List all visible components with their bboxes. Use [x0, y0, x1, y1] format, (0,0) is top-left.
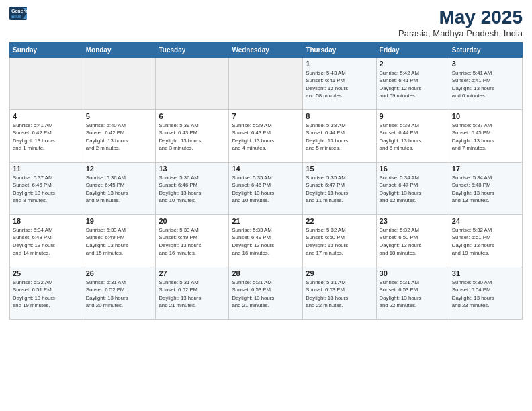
table-row: 23Sunrise: 5:32 AM Sunset: 6:50 PM Dayli… [376, 215, 449, 267]
day-info: Sunrise: 5:32 AM Sunset: 6:50 PM Dayligh… [380, 226, 446, 257]
table-row: 24Sunrise: 5:32 AM Sunset: 6:51 PM Dayli… [449, 215, 522, 267]
day-number: 15 [306, 165, 373, 173]
day-info: Sunrise: 5:30 AM Sunset: 6:54 PM Dayligh… [452, 279, 519, 309]
day-info: Sunrise: 5:36 AM Sunset: 6:46 PM Dayligh… [159, 174, 226, 204]
day-info: Sunrise: 5:37 AM Sunset: 6:45 PM Dayligh… [452, 122, 519, 152]
table-row: 13Sunrise: 5:36 AM Sunset: 6:46 PM Dayli… [156, 163, 229, 215]
col-sunday: Sunday [10, 43, 83, 58]
day-info: Sunrise: 5:32 AM Sunset: 6:51 PM Dayligh… [452, 226, 519, 257]
table-row: 22Sunrise: 5:32 AM Sunset: 6:50 PM Dayli… [303, 215, 376, 267]
day-info: Sunrise: 5:34 AM Sunset: 6:47 PM Dayligh… [380, 174, 446, 204]
day-number: 1 [306, 60, 373, 68]
day-info: Sunrise: 5:33 AM Sunset: 6:49 PM Dayligh… [159, 226, 226, 257]
day-number: 12 [86, 165, 153, 173]
col-tuesday: Tuesday [156, 43, 229, 58]
table-row: 18Sunrise: 5:34 AM Sunset: 6:48 PM Dayli… [10, 215, 83, 267]
day-number: 4 [13, 112, 80, 120]
table-row: 8Sunrise: 5:38 AM Sunset: 6:44 PM Daylig… [303, 110, 376, 163]
table-row: 30Sunrise: 5:31 AM Sunset: 6:53 PM Dayli… [376, 267, 449, 320]
main-title: May 2025 [398, 7, 523, 28]
calendar-body: 1Sunrise: 5:43 AM Sunset: 6:41 PM Daylig… [10, 58, 523, 320]
day-number: 16 [380, 165, 446, 173]
day-info: Sunrise: 5:38 AM Sunset: 6:44 PM Dayligh… [306, 122, 373, 152]
table-row: 4Sunrise: 5:41 AM Sunset: 6:42 PM Daylig… [10, 110, 83, 163]
table-row: 26Sunrise: 5:31 AM Sunset: 6:52 PM Dayli… [83, 267, 156, 320]
day-info: Sunrise: 5:39 AM Sunset: 6:43 PM Dayligh… [232, 122, 300, 152]
calendar-header: Sunday Monday Tuesday Wednesday Thursday… [10, 43, 523, 58]
day-info: Sunrise: 5:31 AM Sunset: 6:53 PM Dayligh… [306, 279, 373, 309]
col-monday: Monday [83, 43, 156, 58]
day-number: 20 [159, 217, 226, 225]
day-info: Sunrise: 5:32 AM Sunset: 6:51 PM Dayligh… [13, 279, 80, 309]
day-number: 17 [452, 165, 519, 173]
day-info: Sunrise: 5:41 AM Sunset: 6:41 PM Dayligh… [452, 69, 519, 99]
col-friday: Friday [376, 43, 449, 58]
day-number: 3 [452, 60, 519, 68]
table-row: 31Sunrise: 5:30 AM Sunset: 6:54 PM Dayli… [449, 267, 522, 320]
table-row: 27Sunrise: 5:31 AM Sunset: 6:52 PM Dayli… [156, 267, 229, 320]
svg-text:General: General [11, 9, 28, 13]
day-number: 5 [86, 112, 153, 120]
table-row: 20Sunrise: 5:33 AM Sunset: 6:49 PM Dayli… [156, 215, 229, 267]
table-row: 15Sunrise: 5:35 AM Sunset: 6:47 PM Dayli… [303, 163, 376, 215]
table-row [83, 58, 156, 110]
page: General Blue May 2025 Parasia, Madhya Pr… [0, 0, 532, 411]
col-wednesday: Wednesday [229, 43, 303, 58]
calendar-table: Sunday Monday Tuesday Wednesday Thursday… [9, 42, 523, 320]
table-row: 6Sunrise: 5:39 AM Sunset: 6:43 PM Daylig… [156, 110, 229, 163]
day-number: 14 [232, 165, 300, 173]
table-row: 9Sunrise: 5:38 AM Sunset: 6:44 PM Daylig… [376, 110, 449, 163]
day-info: Sunrise: 5:34 AM Sunset: 6:48 PM Dayligh… [452, 174, 519, 204]
header: General Blue May 2025 Parasia, Madhya Pr… [9, 7, 523, 38]
col-saturday: Saturday [449, 43, 522, 58]
table-row: 12Sunrise: 5:36 AM Sunset: 6:45 PM Dayli… [83, 163, 156, 215]
day-number: 11 [13, 165, 80, 173]
day-info: Sunrise: 5:31 AM Sunset: 6:53 PM Dayligh… [380, 279, 446, 309]
day-info: Sunrise: 5:31 AM Sunset: 6:52 PM Dayligh… [159, 279, 226, 309]
day-info: Sunrise: 5:35 AM Sunset: 6:46 PM Dayligh… [232, 174, 300, 204]
day-number: 9 [380, 112, 446, 120]
day-number: 24 [452, 217, 519, 225]
day-number: 13 [159, 165, 226, 173]
col-thursday: Thursday [303, 43, 376, 58]
week-row-3: 11Sunrise: 5:37 AM Sunset: 6:45 PM Dayli… [10, 163, 523, 215]
table-row [156, 58, 229, 110]
subtitle: Parasia, Madhya Pradesh, India [398, 28, 523, 38]
table-row: 2Sunrise: 5:42 AM Sunset: 6:41 PM Daylig… [376, 58, 449, 110]
day-number: 25 [13, 269, 80, 277]
svg-text:Blue: Blue [11, 14, 21, 19]
header-row: Sunday Monday Tuesday Wednesday Thursday… [10, 43, 523, 58]
day-number: 29 [306, 269, 373, 277]
week-row-4: 18Sunrise: 5:34 AM Sunset: 6:48 PM Dayli… [10, 215, 523, 267]
day-info: Sunrise: 5:34 AM Sunset: 6:48 PM Dayligh… [13, 226, 80, 257]
table-row [229, 58, 303, 110]
week-row-1: 1Sunrise: 5:43 AM Sunset: 6:41 PM Daylig… [10, 58, 523, 110]
day-number: 30 [380, 269, 446, 277]
day-info: Sunrise: 5:37 AM Sunset: 6:45 PM Dayligh… [13, 174, 80, 204]
table-row: 5Sunrise: 5:40 AM Sunset: 6:42 PM Daylig… [83, 110, 156, 163]
table-row: 28Sunrise: 5:31 AM Sunset: 6:53 PM Dayli… [229, 267, 303, 320]
day-number: 23 [380, 217, 446, 225]
day-number: 2 [380, 60, 446, 68]
table-row: 14Sunrise: 5:35 AM Sunset: 6:46 PM Dayli… [229, 163, 303, 215]
day-info: Sunrise: 5:31 AM Sunset: 6:52 PM Dayligh… [86, 279, 153, 309]
day-info: Sunrise: 5:41 AM Sunset: 6:42 PM Dayligh… [13, 122, 80, 152]
table-row: 11Sunrise: 5:37 AM Sunset: 6:45 PM Dayli… [10, 163, 83, 215]
day-info: Sunrise: 5:32 AM Sunset: 6:50 PM Dayligh… [306, 226, 373, 257]
day-number: 8 [306, 112, 373, 120]
day-info: Sunrise: 5:33 AM Sunset: 6:49 PM Dayligh… [232, 226, 300, 257]
table-row: 3Sunrise: 5:41 AM Sunset: 6:41 PM Daylig… [449, 58, 522, 110]
day-info: Sunrise: 5:36 AM Sunset: 6:45 PM Dayligh… [86, 174, 153, 204]
week-row-5: 25Sunrise: 5:32 AM Sunset: 6:51 PM Dayli… [10, 267, 523, 320]
table-row: 25Sunrise: 5:32 AM Sunset: 6:51 PM Dayli… [10, 267, 83, 320]
table-row: 16Sunrise: 5:34 AM Sunset: 6:47 PM Dayli… [376, 163, 449, 215]
day-number: 7 [232, 112, 300, 120]
table-row: 19Sunrise: 5:33 AM Sunset: 6:49 PM Dayli… [83, 215, 156, 267]
logo-icon: General Blue [9, 7, 28, 21]
table-row: 10Sunrise: 5:37 AM Sunset: 6:45 PM Dayli… [449, 110, 522, 163]
day-info: Sunrise: 5:31 AM Sunset: 6:53 PM Dayligh… [232, 279, 300, 309]
day-number: 22 [306, 217, 373, 225]
day-info: Sunrise: 5:42 AM Sunset: 6:41 PM Dayligh… [380, 69, 446, 99]
table-row: 29Sunrise: 5:31 AM Sunset: 6:53 PM Dayli… [303, 267, 376, 320]
day-info: Sunrise: 5:40 AM Sunset: 6:42 PM Dayligh… [86, 122, 153, 152]
